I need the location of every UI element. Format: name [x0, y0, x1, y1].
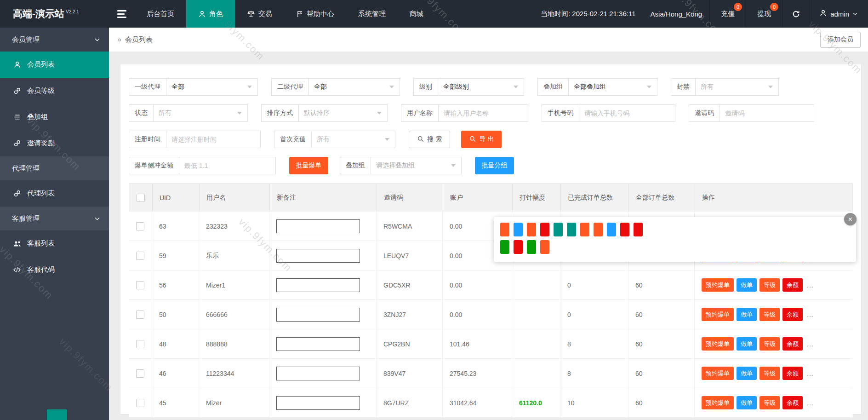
row-checkbox[interactable] — [136, 399, 144, 407]
balance-button[interactable]: 余额 — [782, 278, 803, 292]
remark-input[interactable] — [276, 367, 360, 380]
popup-action-button[interactable] — [540, 240, 549, 254]
reserve-burst-button[interactable]: 预约爆单 — [702, 337, 734, 351]
row-checkbox[interactable] — [136, 369, 144, 378]
sidebar-item[interactable]: 会员管理 — [0, 28, 109, 52]
filter-select[interactable]: 默认排序 — [299, 105, 387, 121]
balance-button[interactable]: 余额 — [782, 367, 803, 380]
topnav-item[interactable]: 商城 — [398, 0, 435, 28]
remark-input[interactable] — [276, 308, 360, 322]
reserve-burst-button[interactable]: 预约爆单 — [702, 396, 734, 409]
sidebar-item[interactable]: 叠加组 — [0, 104, 109, 130]
reserve-burst-button[interactable]: 预约爆单 — [702, 308, 734, 321]
filter-input[interactable] — [439, 105, 528, 121]
level-button[interactable]: 等级 — [760, 278, 780, 292]
more-actions[interactable]: ... — [807, 282, 814, 289]
popup-action-button[interactable] — [580, 223, 589, 236]
filter-select[interactable]: 全部 — [166, 79, 257, 95]
make-order-button[interactable]: 做单 — [737, 278, 757, 292]
filter-select[interactable]: 所有 — [154, 105, 247, 121]
row-checkbox[interactable] — [136, 340, 144, 348]
sidebar-item[interactable]: 客服代码 — [0, 257, 109, 283]
topnav-item[interactable]: 系统管理 — [346, 0, 398, 28]
balance-button[interactable]: 余额 — [782, 308, 803, 321]
reserve-burst-button[interactable]: 预约爆单 — [702, 367, 734, 380]
filter-input[interactable] — [579, 105, 675, 121]
make-order-button[interactable]: 做单 — [737, 337, 757, 351]
reserve-burst-button[interactable]: 预约爆单 — [702, 278, 734, 292]
row-checkbox[interactable] — [136, 311, 144, 319]
overlay-group-select[interactable]: 请选择叠加组 — [371, 157, 461, 174]
more-actions[interactable]: ... — [807, 399, 814, 407]
first-recharge-select[interactable]: 所有 — [312, 131, 395, 148]
refresh-icon[interactable] — [782, 0, 810, 28]
topnav-item[interactable]: 帮助中心 — [284, 0, 346, 28]
make-order-button[interactable]: 做单 — [737, 396, 757, 409]
popup-action-button[interactable] — [634, 223, 643, 236]
sidebar-item[interactable]: 客服管理 — [0, 207, 109, 230]
close-icon[interactable]: × — [844, 213, 857, 225]
more-actions[interactable]: ... — [807, 370, 814, 377]
filter-select[interactable]: 全部 — [309, 79, 400, 95]
register-time-input[interactable] — [166, 131, 260, 148]
batch-group-button[interactable]: 批量分组 — [475, 157, 514, 174]
level-button[interactable]: 等级 — [760, 367, 780, 380]
more-actions[interactable]: ... — [807, 340, 814, 348]
popup-action-button[interactable] — [514, 223, 523, 236]
popup-action-button[interactable] — [540, 223, 549, 236]
filter-select[interactable]: 所有 — [696, 79, 778, 95]
popup-action-button[interactable] — [607, 223, 616, 236]
row-checkbox[interactable] — [136, 281, 144, 289]
more-actions[interactable]: ... — [807, 311, 814, 318]
batch-burst-button[interactable]: 批量爆单 — [289, 157, 328, 174]
topnav-item[interactable]: 交易 — [235, 0, 284, 28]
admin-menu[interactable]: admin — [810, 0, 868, 28]
row-checkbox[interactable] — [136, 252, 144, 260]
sidebar-item[interactable]: 会员等级 — [0, 78, 109, 104]
sidebar-item[interactable]: 代理列表 — [0, 180, 109, 207]
topnav-item[interactable]: 角色 — [186, 0, 235, 28]
popup-action-button[interactable] — [514, 240, 523, 254]
filter-select[interactable]: 全部级别 — [438, 79, 524, 95]
popup-action-button[interactable] — [567, 223, 576, 236]
make-order-button[interactable]: 做单 — [737, 308, 757, 321]
balance-button[interactable]: 余额 — [782, 337, 803, 351]
remark-input[interactable] — [276, 396, 360, 410]
sidebar-item[interactable]: 客服列表 — [0, 230, 109, 257]
popup-action-button[interactable] — [554, 223, 563, 236]
add-member-button[interactable]: 添加会员 — [820, 32, 861, 48]
make-order-button[interactable]: 做单 — [737, 367, 757, 380]
level-button[interactable]: 等级 — [760, 308, 780, 321]
filter-input[interactable] — [720, 105, 814, 121]
remark-input[interactable] — [276, 219, 360, 233]
remark-input[interactable] — [276, 337, 360, 351]
popup-action-button[interactable] — [594, 223, 603, 236]
popup-action-button[interactable] — [620, 223, 629, 236]
filter-select[interactable]: 全部叠加组 — [569, 79, 657, 95]
local-time: 当地时间: 2025-02-21 21:36:11 — [533, 10, 643, 18]
balance-button[interactable]: 余额 — [782, 396, 803, 409]
popup-action-button[interactable] — [500, 240, 509, 254]
withdraw-link[interactable]: 提现 0 — [746, 0, 782, 28]
sidebar-item[interactable]: 邀请奖励 — [0, 130, 109, 156]
remark-input[interactable] — [276, 278, 360, 292]
topnav-item[interactable]: 后台首页 — [135, 0, 186, 28]
burst-amount-input[interactable] — [179, 157, 275, 174]
search-button[interactable]: 搜 索 — [409, 131, 450, 148]
cell-account: 0.00 — [443, 300, 512, 329]
level-button[interactable]: 等级 — [760, 337, 780, 351]
level-button[interactable]: 等级 — [760, 396, 780, 409]
sidebar-item[interactable]: 代理管理 — [0, 156, 109, 180]
popup-action-button[interactable] — [527, 240, 536, 254]
popup-action-button[interactable] — [500, 223, 509, 236]
menu-toggle-icon[interactable] — [109, 10, 135, 18]
row-checkbox[interactable] — [136, 222, 144, 230]
remark-input[interactable] — [276, 249, 360, 263]
sidebar-item[interactable]: 会员列表 — [0, 52, 109, 78]
popup-action-button[interactable] — [527, 223, 536, 236]
export-button[interactable]: 导 出 — [461, 131, 502, 148]
select-all-checkbox[interactable] — [137, 194, 145, 202]
sidebar-item-label: 代理列表 — [27, 189, 55, 198]
recharge-link[interactable]: 充值 0 — [709, 0, 746, 28]
topnav-item-label: 商城 — [410, 10, 423, 18]
